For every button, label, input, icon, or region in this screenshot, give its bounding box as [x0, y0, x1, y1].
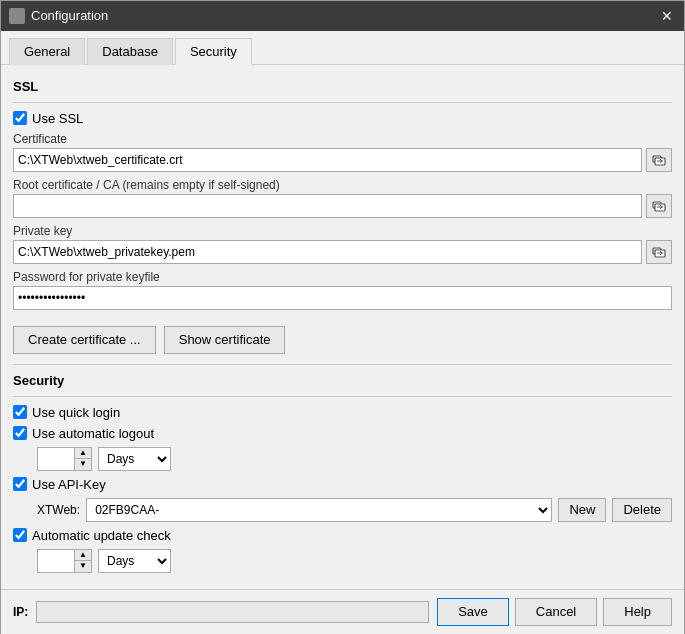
ssl-button-row: Create certificate ... Show certificate: [13, 326, 672, 354]
certificate-row: [13, 148, 672, 172]
window-title: Configuration: [31, 8, 108, 23]
new-api-key-button[interactable]: New: [558, 498, 606, 522]
auto-logout-row: Use automatic logout: [13, 426, 672, 441]
auto-logout-spinner-btns: ▲ ▼: [74, 448, 91, 470]
help-button[interactable]: Help: [603, 598, 672, 626]
auto-update-spinner: 1 ▲ ▼: [37, 549, 92, 573]
root-cert-row: [13, 194, 672, 218]
ip-label: IP:: [13, 605, 28, 619]
use-api-key-row: Use API-Key: [13, 477, 672, 492]
titlebar: Configuration ✕: [1, 1, 684, 31]
auto-update-down-btn[interactable]: ▼: [75, 561, 91, 572]
use-ssl-label: Use SSL: [32, 111, 83, 126]
cancel-button[interactable]: Cancel: [515, 598, 597, 626]
delete-api-key-button[interactable]: Delete: [612, 498, 672, 522]
private-key-label: Private key: [13, 224, 672, 238]
auto-update-checkbox[interactable]: [13, 528, 27, 542]
private-key-input[interactable]: [13, 240, 642, 264]
auto-update-spinner-btns: ▲ ▼: [74, 550, 91, 572]
root-cert-browse-btn[interactable]: [646, 194, 672, 218]
quick-login-label: Use quick login: [32, 405, 120, 420]
show-certificate-button[interactable]: Show certificate: [164, 326, 286, 354]
certificate-input[interactable]: [13, 148, 642, 172]
create-certificate-button[interactable]: Create certificate ...: [13, 326, 156, 354]
tab-general[interactable]: General: [9, 38, 85, 65]
tab-database[interactable]: Database: [87, 38, 173, 65]
auto-logout-spinner: 1 ▲ ▼: [37, 447, 92, 471]
use-ssl-row: Use SSL: [13, 111, 672, 126]
tab-bar: General Database Security: [1, 31, 684, 65]
ssl-section-title: SSL: [13, 79, 672, 94]
auto-logout-unit-select[interactable]: Days Hours Minutes: [98, 447, 171, 471]
auto-update-value[interactable]: 1: [38, 550, 74, 572]
auto-update-unit-select[interactable]: Days Hours Minutes: [98, 549, 171, 573]
root-cert-input[interactable]: [13, 194, 642, 218]
password-input[interactable]: [13, 286, 672, 310]
security-section-title: Security: [13, 373, 672, 388]
auto-logout-label: Use automatic logout: [32, 426, 154, 441]
save-button[interactable]: Save: [437, 598, 509, 626]
security-inner-divider: [13, 396, 672, 397]
auto-logout-down-btn[interactable]: ▼: [75, 459, 91, 470]
quick-login-checkbox[interactable]: [13, 405, 27, 419]
auto-update-spinner-row: 1 ▲ ▼ Days Hours Minutes: [37, 549, 672, 573]
certificate-browse-btn[interactable]: [646, 148, 672, 172]
auto-logout-checkbox[interactable]: [13, 426, 27, 440]
tab-content: SSL Use SSL Certificate Root certificate…: [1, 65, 684, 589]
auto-logout-value[interactable]: 1: [38, 448, 74, 470]
private-key-browse-btn[interactable]: [646, 240, 672, 264]
tab-security[interactable]: Security: [175, 38, 252, 65]
use-api-key-checkbox[interactable]: [13, 477, 27, 491]
ssl-divider: [13, 102, 672, 103]
api-key-select[interactable]: 02FB9CAA-: [86, 498, 552, 522]
use-api-key-label: Use API-Key: [32, 477, 106, 492]
footer-buttons: Save Cancel Help: [437, 598, 672, 626]
titlebar-left: Configuration: [9, 8, 108, 24]
password-label: Password for private keyfile: [13, 270, 672, 284]
api-prefix-label: XTWeb:: [37, 503, 80, 517]
security-divider: [13, 364, 672, 365]
auto-update-label: Automatic update check: [32, 528, 171, 543]
auto-logout-spinner-row: 1 ▲ ▼ Days Hours Minutes: [37, 447, 672, 471]
auto-update-up-btn[interactable]: ▲: [75, 550, 91, 562]
use-ssl-checkbox[interactable]: [13, 111, 27, 125]
auto-update-row: Automatic update check: [13, 528, 672, 543]
root-cert-label: Root certificate / CA (remains empty if …: [13, 178, 672, 192]
close-button[interactable]: ✕: [658, 7, 676, 25]
app-icon: [9, 8, 25, 24]
ip-input[interactable]: [36, 601, 429, 623]
quick-login-row: Use quick login: [13, 405, 672, 420]
api-key-row: XTWeb: 02FB9CAA- New Delete: [37, 498, 672, 522]
footer-bar: IP: Save Cancel Help: [1, 589, 684, 634]
private-key-row: [13, 240, 672, 264]
auto-logout-up-btn[interactable]: ▲: [75, 448, 91, 460]
configuration-window: Configuration ✕ General Database Securit…: [0, 0, 685, 634]
certificate-label: Certificate: [13, 132, 672, 146]
